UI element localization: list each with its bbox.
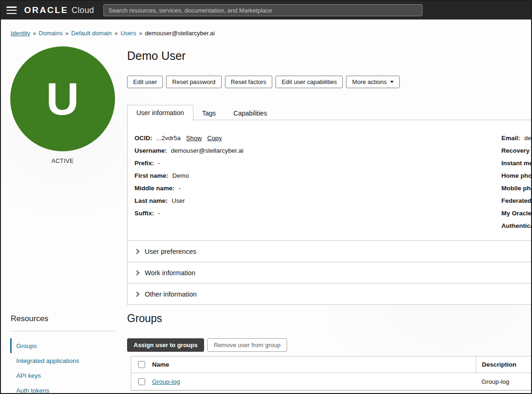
brand-cloud-text: Cloud bbox=[71, 6, 94, 15]
table-row: Group-log Group-log bbox=[131, 373, 532, 390]
groups-table: Name Description Group-log Group-log bbox=[131, 356, 532, 391]
remove-user-from-group-button[interactable]: Remove user from group bbox=[207, 338, 287, 352]
sidebar-item-integrated-applications[interactable]: Integrated applications bbox=[10, 353, 115, 368]
breadcrumb-default-domain-link[interactable]: Default domain bbox=[71, 30, 112, 37]
section-user-preferences-label: User preferences bbox=[145, 248, 196, 255]
breadcrumb-domains-link[interactable]: Domains bbox=[39, 30, 63, 37]
mobile-phone-label: Mobile pho bbox=[501, 185, 532, 192]
prefix-label: Prefix: bbox=[135, 160, 154, 167]
section-other-information[interactable]: Other information bbox=[127, 284, 532, 305]
topbar: ORACLE Cloud bbox=[1, 1, 531, 19]
section-user-preferences[interactable]: User preferences bbox=[127, 241, 532, 262]
user-actions-toolbar: Edit user Reset password Reset factors E… bbox=[127, 76, 400, 88]
sidebar-item-api-keys[interactable]: API keys bbox=[10, 368, 115, 383]
tab-capabilities[interactable]: Capabilities bbox=[224, 106, 276, 121]
reset-password-button[interactable]: Reset password bbox=[166, 76, 221, 88]
breadcrumb-separator: » bbox=[33, 30, 36, 37]
resources-list: Groups Integrated applications API keys … bbox=[10, 338, 115, 394]
select-all-checkbox[interactable] bbox=[138, 361, 145, 368]
edit-user-button[interactable]: Edit user bbox=[127, 76, 163, 88]
reset-factors-button[interactable]: Reset factors bbox=[225, 76, 273, 88]
ocid-label: OCID: bbox=[135, 135, 152, 142]
sidebar-item-groups[interactable]: Groups bbox=[10, 338, 115, 353]
avatar: U bbox=[10, 46, 115, 151]
brand-logo: ORACLE Cloud bbox=[24, 5, 94, 15]
user-info-left-column: OCID: ...2vdr5a Show Copy Username: demo… bbox=[135, 132, 244, 220]
instant-messaging-label: Instant mes bbox=[501, 160, 532, 167]
last-name-field: Last name: User bbox=[135, 194, 244, 207]
breadcrumb: Identity » Domains » Default domain » Us… bbox=[11, 30, 215, 37]
chevron-right-icon bbox=[134, 291, 139, 297]
column-header-name: Name bbox=[152, 361, 476, 368]
last-name-value: User bbox=[172, 197, 185, 204]
tab-user-information[interactable]: User information bbox=[127, 105, 193, 122]
authentication-field: Authentica bbox=[501, 220, 532, 232]
breadcrumb-separator: » bbox=[65, 30, 69, 37]
ocid-value: ...2vdr5a bbox=[156, 135, 181, 142]
suffix-field: Suffix: - bbox=[135, 207, 244, 220]
hamburger-menu-icon[interactable] bbox=[6, 6, 17, 14]
breadcrumb-users-link[interactable]: Users bbox=[121, 30, 136, 37]
resources-heading: Resources bbox=[11, 314, 48, 323]
sidebar-item-auth-tokens[interactable]: Auth tokens bbox=[10, 383, 115, 394]
breadcrumb-separator: » bbox=[139, 30, 142, 37]
breadcrumb-separator: » bbox=[115, 30, 118, 37]
section-work-information-label: Work information bbox=[145, 269, 195, 277]
brand-oracle-text: ORACLE bbox=[24, 5, 68, 15]
home-phone-label: Home phon bbox=[501, 172, 532, 179]
mobile-phone-field: Mobile pho bbox=[501, 182, 532, 194]
breadcrumb-current-user: demouser@stellarcyber.ai bbox=[145, 30, 214, 37]
email-field: Email: dem bbox=[501, 132, 532, 144]
email-value: dem bbox=[524, 135, 532, 142]
chevron-right-icon bbox=[134, 270, 139, 275]
more-actions-button[interactable]: More actions bbox=[346, 76, 399, 88]
user-avatar-block: U ACTIVE bbox=[10, 46, 115, 164]
middle-name-value: - bbox=[179, 185, 181, 192]
first-name-field: First name: Demo bbox=[135, 169, 244, 182]
resources-divider bbox=[10, 331, 115, 331]
chevron-right-icon bbox=[134, 249, 139, 254]
username-field: Username: demouser@stellarcyber.ai bbox=[135, 144, 244, 157]
group-description: Group-log bbox=[481, 378, 509, 385]
detail-tabs: User information Tags Capabilities bbox=[127, 105, 276, 121]
my-oracle-label: My Oracle bbox=[501, 210, 532, 217]
oracle-cloud-console-window: ORACLE Cloud Identity » Domains » Defaul… bbox=[0, 0, 532, 394]
middle-name-field: Middle name: - bbox=[135, 182, 244, 194]
username-value: demouser@stellarcyber.ai bbox=[171, 147, 244, 154]
groups-toolbar: Assign user to groups Remove user from g… bbox=[127, 338, 287, 352]
first-name-label: First name: bbox=[135, 172, 168, 179]
edit-user-capabilities-button[interactable]: Edit user capabilities bbox=[276, 76, 343, 88]
breadcrumb-identity-link[interactable]: Identity bbox=[11, 30, 30, 37]
tab-tags[interactable]: Tags bbox=[193, 106, 225, 121]
user-info-right-column: Email: dem Recovery e Instant mes Home p… bbox=[501, 132, 532, 232]
section-other-information-label: Other information bbox=[145, 291, 197, 298]
email-label: Email: bbox=[501, 135, 520, 142]
prefix-field: Prefix: - bbox=[135, 157, 244, 169]
page-title: Demo User bbox=[127, 49, 186, 63]
instant-messaging-field: Instant mes bbox=[501, 157, 532, 169]
row-checkbox[interactable] bbox=[138, 378, 145, 385]
ocid-field: OCID: ...2vdr5a Show Copy bbox=[135, 132, 244, 144]
assign-user-to-groups-button[interactable]: Assign user to groups bbox=[127, 338, 204, 352]
authentication-label: Authentica bbox=[501, 222, 532, 229]
ocid-copy-link[interactable]: Copy bbox=[207, 135, 222, 142]
federated-label: Federated: bbox=[501, 197, 532, 204]
column-header-description: Description bbox=[476, 356, 532, 373]
prefix-value: - bbox=[158, 160, 160, 167]
more-actions-label: More actions bbox=[352, 78, 386, 85]
recovery-email-label: Recovery e bbox=[501, 147, 532, 154]
status-badge: ACTIVE bbox=[10, 158, 115, 164]
first-name-value: Demo bbox=[173, 172, 189, 179]
recovery-email-field: Recovery e bbox=[501, 144, 532, 157]
groups-heading: Groups bbox=[127, 312, 162, 325]
ocid-show-link[interactable]: Show bbox=[186, 135, 202, 142]
section-work-information[interactable]: Work information bbox=[127, 262, 532, 284]
my-oracle-field: My Oracle bbox=[501, 207, 532, 220]
group-link[interactable]: Group-log bbox=[152, 378, 180, 385]
groups-table-header: Name Description bbox=[131, 356, 532, 373]
username-label: Username: bbox=[135, 147, 167, 154]
last-name-label: Last name: bbox=[135, 197, 167, 204]
federated-field: Federated: bbox=[501, 194, 532, 207]
global-search-input[interactable] bbox=[103, 4, 423, 16]
caret-down-icon bbox=[390, 81, 394, 83]
